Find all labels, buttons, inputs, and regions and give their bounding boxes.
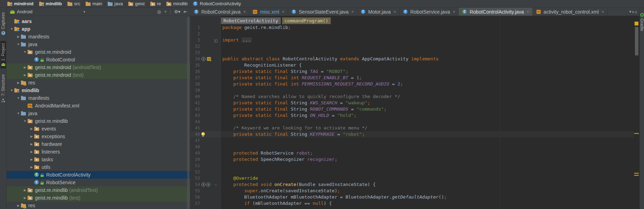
- tree-item-RobotService[interactable]: CRobotService: [7, 179, 190, 186]
- tree-item-manifests[interactable]: ▶manifests: [7, 33, 190, 40]
- breadcrumb-item-mindlib[interactable]: mindlib: [165, 0, 188, 8]
- tree-item-tasks[interactable]: ▶tasks: [7, 156, 190, 163]
- code-text[interactable]: private static final String ON_HOLD = "h…: [221, 112, 634, 119]
- tree-item-exceptions[interactable]: ▶exceptions: [7, 133, 190, 140]
- tree-item-RobotControlActivity[interactable]: CRobotControlActivity: [7, 171, 190, 179]
- code-text[interactable]: private static final String TAG = "ROBOT…: [221, 68, 634, 75]
- collapsed-arrow-icon[interactable]: ▶: [29, 135, 34, 138]
- close-icon[interactable]: ×: [527, 9, 529, 14]
- breadcrumb-item-mindlib[interactable]: mindlib: [38, 0, 63, 8]
- code-text[interactable]: if (mBluetoothAdapter == null) {: [221, 200, 634, 207]
- code-text[interactable]: [221, 169, 634, 175]
- warning-stripe-mark[interactable]: [634, 133, 639, 134]
- collapsed-arrow-icon[interactable]: ▶: [29, 150, 34, 154]
- expanded-arrow-icon[interactable]: ▼: [23, 50, 27, 54]
- tab-activity_robot_control-xml[interactable]: <>activity_robot_control.xml×: [533, 8, 608, 16]
- tree-item-geist-re-mindlib[interactable]: ▶geist.re.mindlib (test): [7, 194, 190, 202]
- code-text[interactable]: /* Keyword we are looking for to activat…: [221, 125, 634, 131]
- collapsed-arrow-icon[interactable]: ▶: [29, 165, 34, 169]
- breadcrumb-item-RobotControlActivity[interactable]: CRobotControlActivity: [192, 0, 242, 8]
- expanded-arrow-icon[interactable]: ▼: [16, 112, 21, 115]
- tab-Motor-java[interactable]: CMotor.java×: [357, 8, 400, 16]
- project-tree-scrollbar[interactable]: [187, 17, 189, 209]
- code-text[interactable]: /* Named searches allow to quickly recon…: [221, 94, 634, 100]
- tree-item-java[interactable]: ▼java: [7, 110, 190, 117]
- breadcrumb-item-main[interactable]: main: [85, 0, 103, 8]
- code-text[interactable]: [221, 50, 634, 56]
- close-icon[interactable]: ×: [394, 9, 396, 14]
- code-text[interactable]: package geist.re.mindlib;: [221, 24, 634, 31]
- tree-item-geist-re-mindroid[interactable]: ▼geist.re.mindroid: [7, 48, 190, 56]
- code-text[interactable]: [221, 119, 634, 125]
- code-text[interactable]: [221, 31, 634, 37]
- tree-item-listeners[interactable]: ▶listeners: [7, 148, 190, 156]
- warning-stripe-mark[interactable]: [634, 175, 639, 176]
- breadcrumb-item-geist[interactable]: geist: [127, 0, 145, 8]
- close-icon[interactable]: ×: [351, 9, 354, 14]
- collapsed-arrow-icon[interactable]: ▶: [16, 35, 21, 38]
- collapsed-arrow-icon[interactable]: ▶: [23, 188, 27, 192]
- tree-item-mindlib[interactable]: ▼mindlib: [7, 87, 190, 94]
- tree-item-geist-re-mindroid[interactable]: ▶geist.re.mindroid (test): [7, 71, 190, 79]
- collapsed-arrow-icon[interactable]: ▶: [29, 158, 34, 161]
- expanded-arrow-icon[interactable]: ▼: [9, 89, 14, 92]
- implement-method-icon[interactable]: ↓: [201, 57, 206, 61]
- warning-stripe-mark[interactable]: [634, 173, 639, 174]
- code-text[interactable]: private static final String KWS_SEARCH =…: [221, 100, 634, 106]
- close-icon[interactable]: ×: [282, 9, 285, 14]
- hidden-tabs-button[interactable]: ▾≡3: [627, 8, 639, 16]
- code-text[interactable]: [221, 163, 634, 169]
- code-text[interactable]: [221, 144, 634, 150]
- breadcrumb-item-re[interactable]: re: [149, 0, 162, 8]
- tree-item-hardware[interactable]: ▶hardware: [7, 140, 190, 148]
- expanded-arrow-icon[interactable]: ▼: [9, 27, 14, 31]
- tree-item-aars[interactable]: aars: [7, 17, 190, 25]
- code-text[interactable]: BluetoothAdapter mBluetoothAdapter = Blu…: [221, 194, 634, 200]
- tree-item-AndroidManifest-xml[interactable]: <>AndroidManifest.xml: [7, 102, 190, 110]
- fold-collapse-icon[interactable]: ▽: [215, 184, 217, 187]
- code-text[interactable]: public abstract class RobotControlActivi…: [221, 56, 634, 62]
- tool-button-gradle[interactable]: Gradle: [639, 10, 644, 33]
- close-icon[interactable]: ×: [602, 9, 604, 14]
- code-text[interactable]: private static final String KEYPHRASE = …: [221, 131, 634, 137]
- project-view-selector[interactable]: Android ▾: [10, 9, 85, 14]
- tree-item-manifests[interactable]: ▼manifests: [7, 94, 190, 102]
- tree-item-utils[interactable]: ▶utils: [7, 163, 190, 171]
- class-chip[interactable]: RobotControlActivity: [221, 17, 281, 24]
- tree-item-geist-re-mindlib[interactable]: ▶geist.re.mindlib (androidTest): [7, 186, 190, 194]
- tree-item-java[interactable]: ▼java: [7, 40, 190, 48]
- implement-method-icon[interactable]: ↓: [206, 182, 210, 187]
- tree-item-res[interactable]: ▶res: [7, 202, 190, 209]
- collapsed-arrow-icon[interactable]: ▶: [16, 204, 21, 207]
- code-text[interactable]: protected void onCreate(Bundle savedInst…: [221, 181, 634, 188]
- tab-RobotControl-java[interactable]: CRobotControl.java×: [191, 8, 249, 16]
- tree-item-geist-re-mindroid[interactable]: ▶geist.re.mindroid (androidTest): [7, 64, 190, 71]
- collapse-all-icon[interactable]: ÷: [164, 9, 167, 14]
- intention-bulb-icon[interactable]: [201, 132, 205, 137]
- locate-icon[interactable]: ◎: [157, 9, 161, 14]
- code-text[interactable]: private static final String ROBOT_COMMAN…: [221, 106, 634, 112]
- code-text[interactable]: [221, 137, 634, 144]
- tool-button----project[interactable]: 1: Project: [0, 41, 6, 69]
- method-chip[interactable]: commandProgram(): [282, 17, 331, 24]
- code-text[interactable]: super.onCreate(savedInstanceState);: [221, 188, 634, 194]
- code-text[interactable]: private static final int PERMISSIONS_REQ…: [221, 81, 634, 87]
- collapsed-arrow-icon[interactable]: ▶: [16, 81, 21, 84]
- tool-button----structure[interactable]: 7: Structure: [0, 72, 6, 104]
- collapsed-arrow-icon[interactable]: ▶: [29, 142, 34, 146]
- tool-button-captures[interactable]: Captures: [0, 10, 6, 37]
- breadcrumb-item-java[interactable]: java: [107, 0, 123, 8]
- tree-item-app[interactable]: ▼app: [7, 25, 190, 33]
- tab-RobotService-java[interactable]: CRobotService.java×: [400, 8, 459, 16]
- file-status-warning-marker[interactable]: [635, 22, 638, 25]
- editor-body[interactable]: RobotControlActivity commandProgram() 1p…: [191, 16, 639, 209]
- code-text[interactable]: @Override: [221, 175, 634, 181]
- code-text[interactable]: private static final int REQUEST_ENABLE_…: [221, 75, 634, 81]
- tree-item-RobotControl[interactable]: CRobotControl: [7, 56, 190, 64]
- breadcrumb-item-mindroid[interactable]: mindroid: [6, 0, 34, 8]
- hide-panel-icon[interactable]: ⇤: [184, 9, 187, 14]
- tab-RobotControlActivity-java[interactable]: CRobotControlActivity.java×: [459, 8, 532, 16]
- collapsed-arrow-icon[interactable]: ▶: [23, 196, 27, 200]
- close-icon[interactable]: ×: [243, 9, 246, 14]
- collapsed-arrow-icon[interactable]: ▶: [23, 73, 27, 77]
